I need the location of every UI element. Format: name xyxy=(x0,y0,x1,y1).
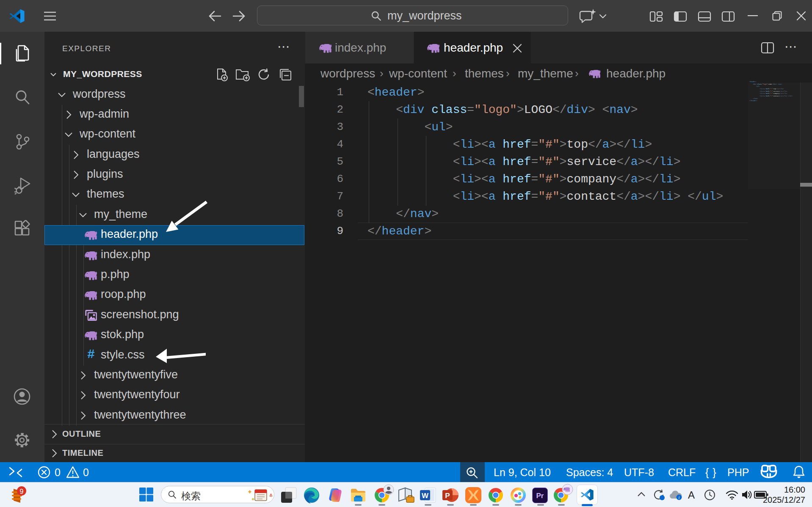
svg-text:P: P xyxy=(445,492,450,500)
svg-text:Pr: Pr xyxy=(536,492,544,500)
svg-text:W: W xyxy=(422,492,429,500)
svg-text:i: i xyxy=(679,495,680,500)
svg-text:9: 9 xyxy=(20,488,24,495)
